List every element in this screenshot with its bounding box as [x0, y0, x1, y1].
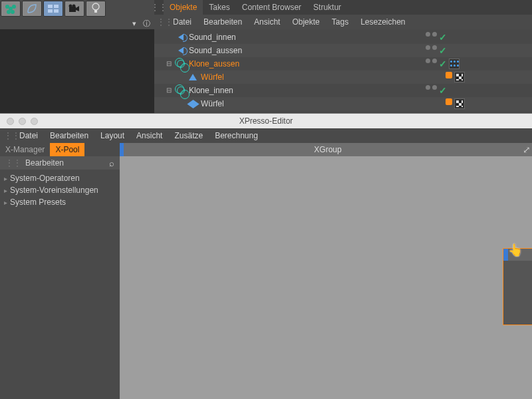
object-row[interactable]: Sound_innen✓: [154, 31, 532, 44]
sidebar-edit-label[interactable]: Bearbeiten: [25, 158, 64, 168]
object-row[interactable]: Würfel: [154, 97, 532, 110]
svg-point-0: [9, 7, 13, 11]
expander-icon[interactable]: ⊟: [165, 60, 173, 68]
svg-point-3: [7, 10, 11, 14]
tag-column: ✓: [426, 85, 532, 96]
tab-struktur[interactable]: Struktur: [307, 0, 347, 15]
grip-icon[interactable]: ⋮⋮: [4, 131, 13, 140]
tag-column: [426, 98, 532, 109]
tag-column: [426, 72, 532, 82]
grid-view-icon[interactable]: [43, 1, 63, 17]
xmenu-bearbeiten[interactable]: Bearbeiten: [44, 129, 94, 142]
search-icon[interactable]: ⌕: [109, 158, 114, 168]
canvas-header[interactable]: XGroup ⤢: [120, 143, 532, 156]
menu-datei[interactable]: Datei: [168, 15, 197, 29]
xmenu-zusaetze[interactable]: Zusätze: [168, 129, 209, 142]
object-name[interactable]: Würfel: [201, 99, 426, 108]
main-toolbar: [0, 0, 154, 17]
speaker-icon: [176, 45, 186, 56]
camera-icon[interactable]: [65, 1, 84, 17]
sidebar-toolbar: ⋮⋮Bearbeiten ⌕: [0, 156, 120, 170]
tab-objekte[interactable]: Objekte: [164, 0, 203, 15]
cube-icon: [188, 98, 198, 109]
xmenu-berechnung[interactable]: Berechnung: [209, 129, 264, 142]
expander-icon[interactable]: [177, 73, 185, 81]
menu-lesezeichen[interactable]: Lesezeichen: [355, 15, 410, 29]
tag-column: ✓: [426, 59, 532, 69]
tag-column: ✓: [426, 32, 532, 43]
tree-system-presets[interactable]: System Presets: [4, 196, 116, 208]
xmenu-layout[interactable]: Layout: [94, 129, 130, 142]
svg-point-9: [92, 3, 99, 10]
tree-system-operatoren[interactable]: System-Operatoren: [4, 172, 116, 184]
grip-icon[interactable]: ⋮⋮: [5, 158, 21, 168]
dropdown-icon[interactable]: ▾: [132, 19, 136, 28]
grip-icon[interactable]: ⋮⋮: [154, 0, 164, 15]
menu-objekte[interactable]: Objekte: [287, 15, 325, 29]
object-name[interactable]: Klone_aussen: [189, 59, 426, 68]
svg-point-4: [11, 10, 15, 14]
window-title: XPresso-Editor: [0, 116, 532, 126]
object-name[interactable]: Sound_innen: [189, 33, 426, 42]
svg-point-2: [12, 5, 16, 9]
object-row[interactable]: ⊟Klone_innen✓: [154, 84, 532, 97]
menu-tags[interactable]: Tags: [327, 15, 354, 29]
info-icon[interactable]: ⓘ: [143, 19, 150, 29]
leaf-icon[interactable]: [22, 1, 42, 17]
svg-point-1: [5, 5, 9, 9]
plugins-icon[interactable]: [1, 1, 21, 17]
expander-icon[interactable]: [177, 100, 185, 108]
lightbulb-icon[interactable]: [86, 1, 106, 17]
viewport-panel[interactable]: [0, 29, 154, 113]
tab-x-manager[interactable]: X-Manager: [0, 143, 50, 156]
grip-icon[interactable]: ⋮⋮: [157, 17, 166, 27]
clone-icon: [176, 85, 186, 96]
xmenu-datei[interactable]: Datei: [13, 129, 44, 142]
svg-rect-10: [94, 10, 97, 13]
clone-icon: [176, 59, 186, 69]
secondary-toolbar: ▾ ⓘ: [0, 17, 154, 29]
window-titlebar[interactable]: XPresso-Editor: [0, 114, 532, 128]
xmenu-ansicht[interactable]: Ansicht: [130, 129, 168, 142]
tag-column: ✓: [426, 45, 532, 56]
tab-content-browser[interactable]: Content Browser: [236, 0, 307, 15]
tree-system-voreinstellungen[interactable]: System-Voreinstellungen: [4, 184, 116, 196]
object-manager-menu: ⋮⋮ Datei Bearbeiten Ansicht Objekte Tags…: [154, 15, 532, 29]
object-tree[interactable]: Sound_innen✓Sound_aussen✓⊟Klone_aussen✓W…: [154, 29, 532, 112]
expand-icon[interactable]: ⤢: [523, 144, 531, 155]
menu-bearbeiten[interactable]: Bearbeiten: [198, 15, 247, 29]
sidebar-tabs: X-Manager X-Pool: [0, 143, 120, 156]
speaker-icon: [176, 32, 186, 43]
menu-ansicht[interactable]: Ansicht: [249, 15, 285, 29]
xpresso-menubar: ⋮⋮ Datei Bearbeiten Layout Ansicht Zusät…: [0, 128, 532, 143]
xpresso-sidebar: X-Manager X-Pool ⋮⋮Bearbeiten ⌕ System-O…: [0, 143, 120, 399]
cone-icon: [188, 72, 198, 82]
object-name[interactable]: Klone_innen: [189, 86, 426, 95]
object-row[interactable]: Würfel: [154, 70, 532, 84]
object-row[interactable]: Sound_aussen✓: [154, 44, 532, 57]
svg-point-7: [69, 5, 72, 8]
expander-icon[interactable]: [165, 47, 173, 55]
svg-marker-6: [76, 6, 79, 11]
svg-point-8: [72, 5, 76, 8]
object-row[interactable]: ⊟Klone_aussen✓: [154, 57, 532, 70]
xpresso-window: XPresso-Editor ⋮⋮ Datei Bearbeiten Layou…: [0, 113, 532, 399]
tab-takes[interactable]: Takes: [203, 0, 235, 15]
sidebar-tree: System-Operatoren System-Voreinstellunge…: [0, 170, 120, 211]
canvas-title: XGroup: [314, 145, 341, 154]
xpresso-canvas[interactable]: XGroup ⤢ Klone_aussen 👆: [120, 143, 532, 399]
object-manager-panel: ⋮⋮ Objekte Takes Content Browser Struktu…: [154, 0, 532, 113]
object-name[interactable]: Würfel: [201, 72, 426, 82]
expander-icon[interactable]: ⊟: [165, 86, 173, 94]
tab-x-pool[interactable]: X-Pool: [50, 143, 84, 156]
expander-icon[interactable]: [165, 33, 173, 41]
object-manager-tabs: ⋮⋮ Objekte Takes Content Browser Struktu…: [154, 0, 532, 15]
node-title[interactable]: Klone_aussen: [503, 249, 532, 261]
object-name[interactable]: Sound_aussen: [189, 46, 426, 55]
xpresso-node[interactable]: Klone_aussen: [503, 248, 532, 325]
